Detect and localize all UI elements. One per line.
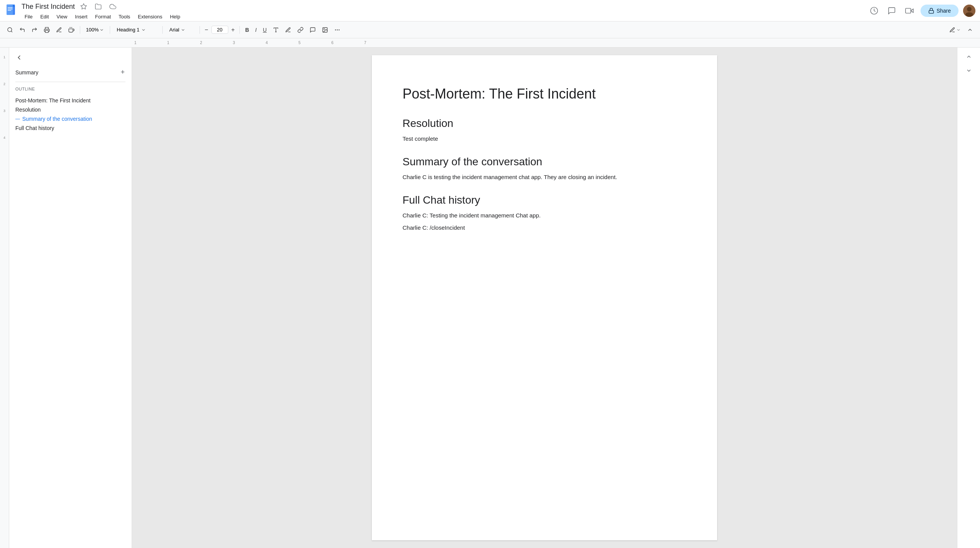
top-bar: The First Incident File Edit View Inse [0,0,980,21]
svg-point-24 [324,28,325,29]
star-button[interactable] [78,1,89,12]
main-layout: 1 2 3 4 Summary + Outline Post-Mortem: T… [0,48,980,548]
svg-point-13 [967,7,972,12]
image-button[interactable] [320,25,330,35]
outline-item-2[interactable]: Resolution [15,105,125,114]
menu-tools[interactable]: Tools [115,13,133,20]
sidebar-back-button[interactable] [15,54,125,61]
left-ruler: 1 2 3 4 [0,48,9,548]
resolution-content: Test complete [403,134,686,143]
chat-heading: Full Chat history [403,194,686,206]
redo-button[interactable] [29,25,40,35]
font-value: Arial [169,27,179,33]
docs-icon [5,4,18,18]
italic-label: I [255,27,257,33]
section-chat: Full Chat history Charlie C: Testing the… [403,194,686,232]
bold-button[interactable]: B [243,25,251,35]
text-color-button[interactable] [271,25,281,35]
menu-help[interactable]: Help [167,13,183,20]
svg-rect-2 [8,7,13,8]
comment-inline-button[interactable] [307,25,318,35]
menu-edit[interactable]: Edit [37,13,52,20]
font-size-increase[interactable]: + [230,26,236,34]
sidebar-section-header: Summary + [15,67,125,77]
zoom-selector[interactable]: 100% [83,26,107,34]
menu-extensions[interactable]: Extensions [135,13,165,20]
bold-label: B [245,27,249,33]
history-button[interactable] [868,4,881,17]
outline-item-4[interactable]: Full Chat history [15,123,125,133]
svg-rect-1 [7,4,13,15]
sep-5 [239,26,240,34]
svg-line-16 [11,31,12,32]
folder-button[interactable] [92,1,104,12]
svg-rect-4 [8,10,11,11]
undo-button[interactable] [17,25,28,35]
document-area[interactable]: Post-Mortem: The First Incident Resoluti… [132,48,957,548]
right-panel-scroll-up[interactable] [963,51,975,63]
font-dropdown[interactable]: Arial [166,26,196,34]
collapse-toolbar-button[interactable] [965,25,975,35]
menu-view[interactable]: View [53,13,70,20]
outline-label: Outline [15,87,125,91]
svg-point-27 [338,29,340,30]
format-paint-button[interactable] [66,25,77,35]
page: Post-Mortem: The First Incident Resoluti… [372,55,717,540]
outline-item-3[interactable]: Summary of the conversation [15,114,125,123]
summary-content: Charlie C is testing the incident manage… [403,173,686,182]
sep-2 [110,26,110,34]
sidebar: Summary + Outline Post-Mortem: The First… [9,48,132,548]
section-resolution: Resolution Test complete [403,117,686,143]
menu-file[interactable]: File [21,13,36,20]
sidebar-section-title: Summary [15,69,38,76]
ruler: 1 1 2 3 4 5 6 7 [0,38,980,48]
document-title[interactable]: The First Incident [21,3,75,11]
svg-marker-9 [911,9,913,12]
user-avatar[interactable] [963,5,975,17]
menu-bar: File Edit View Insert Format Tools Exten… [21,13,868,20]
style-dropdown[interactable]: Heading 1 [113,26,159,34]
chat-line-1: Charlie C: Testing the incident manageme… [403,211,686,220]
print-button[interactable] [41,25,52,35]
underline-label: U [263,27,267,33]
search-toolbar-button[interactable] [5,25,15,35]
summary-heading: Summary of the conversation [403,156,686,168]
italic-button[interactable]: I [253,25,259,35]
svg-rect-10 [906,8,911,13]
style-value: Heading 1 [117,27,139,33]
svg-point-14 [965,12,973,17]
menu-insert[interactable]: Insert [72,13,91,20]
doc-main-title: Post-Mortem: The First Incident [403,86,686,102]
meet-button[interactable] [903,4,916,17]
svg-point-26 [337,29,338,30]
outline-list: Post-Mortem: The First IncidentResolutio… [15,96,125,133]
spellcheck-button[interactable] [54,25,64,35]
section-summary: Summary of the conversation Charlie C is… [403,156,686,182]
share-button[interactable]: Share [921,5,959,17]
highlight-button[interactable] [283,25,294,35]
svg-point-15 [8,28,12,32]
chat-line-2: Charlie C: /closeIncident [403,223,686,232]
font-size-decrease[interactable]: − [203,26,210,34]
top-right-actions: Share [868,4,975,17]
menu-format[interactable]: Format [92,13,114,20]
outline-item-1[interactable]: Post-Mortem: The First Incident [15,96,125,105]
comments-button[interactable] [885,4,898,17]
edit-mode-button[interactable] [947,25,963,35]
underline-button[interactable]: U [261,25,269,35]
zoom-value: 100% [86,27,99,33]
share-label: Share [937,8,951,14]
resolution-heading: Resolution [403,117,686,130]
title-icons [78,1,119,12]
sidebar-add-button[interactable]: + [120,67,125,77]
link-button[interactable] [295,25,306,35]
toolbar: 100% Heading 1 Arial − + B I U [0,21,980,38]
sep-3 [162,26,163,34]
sep-4 [200,26,200,34]
right-panel-scroll-down[interactable] [963,64,975,77]
svg-marker-7 [81,4,87,9]
font-size-input[interactable] [211,26,228,34]
more-toolbar-button[interactable] [332,25,343,35]
cloud-button[interactable] [107,1,119,12]
sep-1 [80,26,80,34]
